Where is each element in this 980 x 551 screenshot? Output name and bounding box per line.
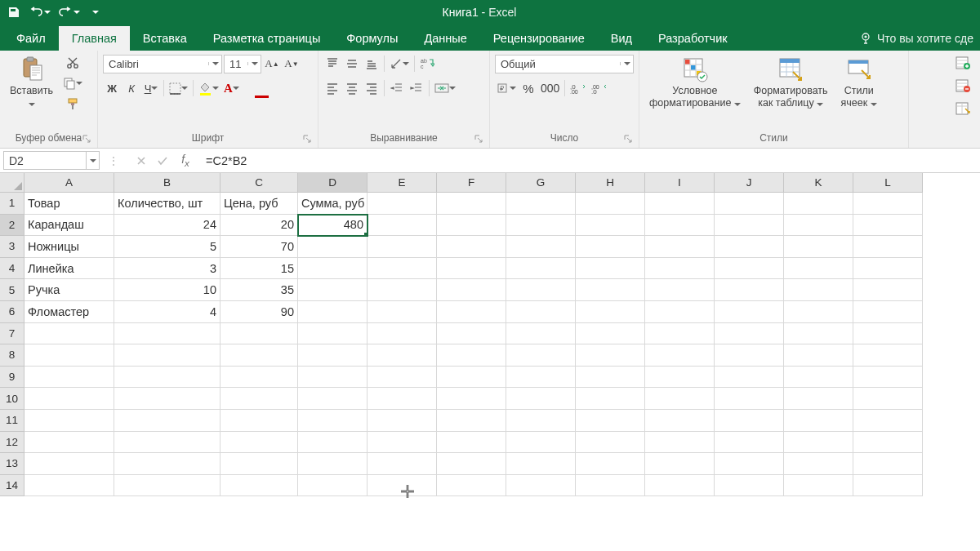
cell[interactable] (853, 301, 923, 323)
cell[interactable] (645, 258, 715, 280)
cell[interactable] (506, 344, 576, 367)
cell[interactable] (220, 323, 298, 345)
cell[interactable] (368, 432, 437, 454)
cell[interactable]: 10 (114, 279, 220, 301)
cell[interactable] (784, 344, 853, 367)
row-header[interactable]: 12 (0, 432, 24, 454)
cell[interactable] (715, 258, 784, 280)
conditional-formatting-button[interactable]: Условное форматирование (644, 54, 746, 111)
increase-decimal-icon[interactable]: ,0,00 (568, 79, 588, 97)
cell[interactable] (24, 367, 114, 389)
cell[interactable]: 3 (114, 258, 220, 280)
italic-button[interactable]: К (122, 79, 140, 97)
cell[interactable] (715, 388, 784, 410)
cell[interactable] (298, 279, 368, 301)
cell[interactable] (506, 323, 576, 345)
cell[interactable] (645, 453, 715, 475)
cell[interactable] (220, 410, 298, 432)
cell[interactable] (576, 367, 645, 389)
cell[interactable]: 24 (114, 215, 220, 237)
cell[interactable] (645, 367, 715, 389)
cell[interactable] (506, 258, 576, 280)
cell[interactable] (24, 453, 114, 475)
decrease-decimal-icon[interactable]: ,00,0 (590, 79, 609, 97)
cell[interactable] (368, 301, 437, 323)
cell[interactable] (298, 323, 368, 345)
cell[interactable] (576, 323, 645, 345)
cell[interactable] (437, 323, 506, 345)
cell[interactable] (220, 432, 298, 454)
cell[interactable] (576, 432, 645, 454)
cell[interactable] (368, 279, 437, 301)
merge-center-button[interactable] (433, 79, 457, 97)
row-header[interactable]: 5 (0, 279, 24, 301)
formula-enter-icon[interactable] (152, 151, 173, 170)
cell[interactable] (298, 236, 368, 258)
cell[interactable] (506, 388, 576, 410)
row-header[interactable]: 10 (0, 388, 24, 410)
cell[interactable]: 70 (220, 236, 298, 258)
cell[interactable] (298, 410, 368, 432)
column-header[interactable]: I (645, 173, 715, 193)
cell[interactable]: 15 (220, 258, 298, 280)
tab-формулы[interactable]: Формулы (333, 26, 411, 51)
cell[interactable] (715, 301, 784, 323)
formula-input[interactable]: =C2*B2 (206, 154, 980, 167)
redo-button[interactable] (56, 2, 83, 22)
bold-button[interactable]: Ж (103, 79, 121, 97)
cell[interactable] (715, 236, 784, 258)
cell[interactable] (576, 236, 645, 258)
cell[interactable] (853, 258, 923, 280)
borders-button[interactable] (167, 79, 189, 97)
cell[interactable]: 480 (298, 215, 368, 237)
cell[interactable] (437, 279, 506, 301)
cell[interactable] (576, 475, 645, 497)
cell[interactable] (784, 453, 853, 475)
cell[interactable] (437, 410, 506, 432)
decrease-indent-icon[interactable] (388, 79, 406, 97)
cell[interactable] (24, 410, 114, 432)
column-header[interactable]: D (298, 173, 368, 193)
cell[interactable] (645, 475, 715, 497)
cell[interactable] (784, 193, 853, 215)
cell[interactable]: Цена, руб (220, 193, 298, 215)
cell[interactable] (24, 323, 114, 345)
cell[interactable] (715, 453, 784, 475)
cell[interactable] (368, 215, 437, 237)
cell[interactable] (853, 279, 923, 301)
cell[interactable] (715, 410, 784, 432)
cell[interactable] (368, 258, 437, 280)
cell[interactable] (645, 279, 715, 301)
cell[interactable] (298, 453, 368, 475)
font-dialog-launcher[interactable] (303, 135, 313, 144)
tab-разметка страницы[interactable]: Разметка страницы (200, 26, 334, 51)
cell[interactable] (506, 432, 576, 454)
qat-customize-button[interactable] (85, 2, 106, 22)
cell[interactable] (368, 367, 437, 389)
cell[interactable] (645, 193, 715, 215)
align-left-icon[interactable] (323, 79, 341, 97)
cell[interactable] (220, 344, 298, 367)
cell[interactable] (853, 432, 923, 454)
cell[interactable] (368, 410, 437, 432)
cell[interactable] (853, 344, 923, 367)
row-header[interactable]: 13 (0, 453, 24, 475)
cell[interactable] (645, 344, 715, 367)
cell[interactable] (853, 475, 923, 497)
row-header[interactable]: 2 (0, 215, 24, 237)
cell[interactable] (24, 475, 114, 497)
cell[interactable] (506, 453, 576, 475)
cell[interactable] (506, 301, 576, 323)
cell[interactable] (576, 410, 645, 432)
row-header[interactable]: 1 (0, 193, 24, 215)
cell-styles-button[interactable]: Стили ячеек (836, 54, 882, 111)
column-header[interactable]: K (784, 173, 853, 193)
tab-разработчик[interactable]: Разработчик (645, 26, 741, 51)
cell[interactable] (784, 388, 853, 410)
align-middle-icon[interactable] (343, 55, 361, 73)
cell[interactable] (576, 388, 645, 410)
cell[interactable] (715, 475, 784, 497)
align-right-icon[interactable] (363, 79, 381, 97)
clipboard-dialog-launcher[interactable] (82, 135, 92, 144)
cell[interactable] (506, 475, 576, 497)
